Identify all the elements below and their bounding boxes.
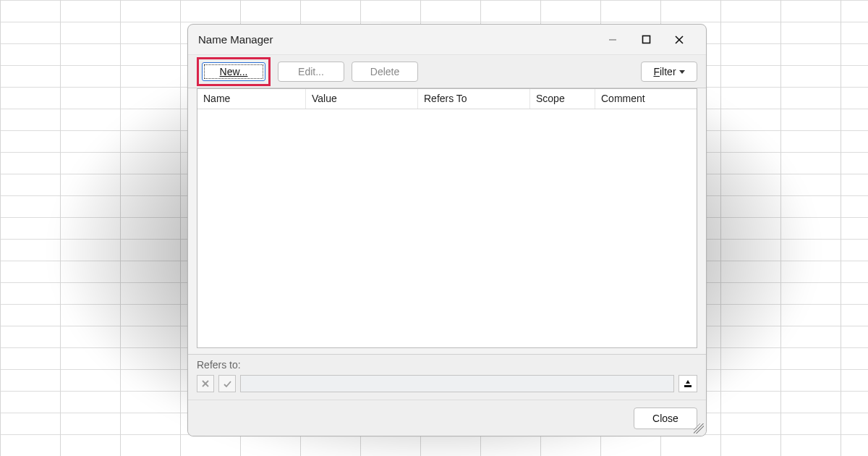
minimize-icon: [608, 35, 617, 44]
refers-to-label: Refers to:: [197, 359, 697, 371]
names-list[interactable]: Name Value Refers To Scope Comment: [197, 88, 697, 348]
x-icon: [201, 379, 210, 388]
chevron-down-icon: [679, 70, 685, 74]
cancel-refers-button[interactable]: [197, 375, 214, 392]
column-comment[interactable]: Comment: [595, 89, 697, 109]
column-scope[interactable]: Scope: [530, 89, 595, 109]
refers-to-section: Refers to:: [188, 354, 706, 400]
refers-to-input[interactable]: [240, 375, 674, 392]
edit-button[interactable]: Edit...: [278, 62, 344, 82]
close-button[interactable]: Close: [634, 408, 697, 429]
close-window-button[interactable]: [663, 29, 696, 51]
column-refers-to[interactable]: Refers To: [418, 89, 530, 109]
names-list-body[interactable]: [197, 109, 697, 347]
svg-marker-7: [686, 380, 690, 384]
close-icon: [674, 35, 684, 45]
edit-button-label: Edit...: [298, 66, 324, 77]
svg-rect-6: [684, 385, 692, 387]
dialog-footer: Close: [188, 400, 706, 436]
filter-button-rest: ilter: [660, 66, 676, 77]
minimize-button[interactable]: [596, 29, 629, 51]
dialog-title: Name Manager: [198, 33, 273, 46]
new-button[interactable]: New...: [202, 62, 265, 81]
accept-refers-button[interactable]: [218, 375, 236, 392]
column-headers: Name Value Refers To Scope Comment: [197, 89, 697, 109]
delete-button[interactable]: Delete: [352, 62, 418, 82]
check-icon: [223, 379, 232, 389]
maximize-icon: [642, 35, 651, 44]
new-button-label: New...: [220, 66, 248, 77]
title-bar: Name Manager: [188, 25, 706, 55]
resize-grip[interactable]: [694, 423, 704, 434]
filter-button[interactable]: Filter: [641, 62, 697, 82]
highlight-frame: New...: [197, 57, 271, 86]
svg-rect-1: [642, 36, 650, 43]
name-manager-dialog: Name Manager New... Edit... Delete Filte…: [187, 24, 707, 436]
collapse-range-icon: [683, 379, 693, 389]
close-button-label: Close: [652, 413, 678, 424]
maximize-button[interactable]: [629, 29, 663, 51]
toolbar: New... Edit... Delete Filter: [188, 55, 706, 88]
column-name[interactable]: Name: [197, 89, 306, 109]
column-value[interactable]: Value: [306, 89, 418, 109]
collapse-dialog-button[interactable]: [678, 375, 697, 392]
delete-button-label: Delete: [370, 66, 399, 77]
